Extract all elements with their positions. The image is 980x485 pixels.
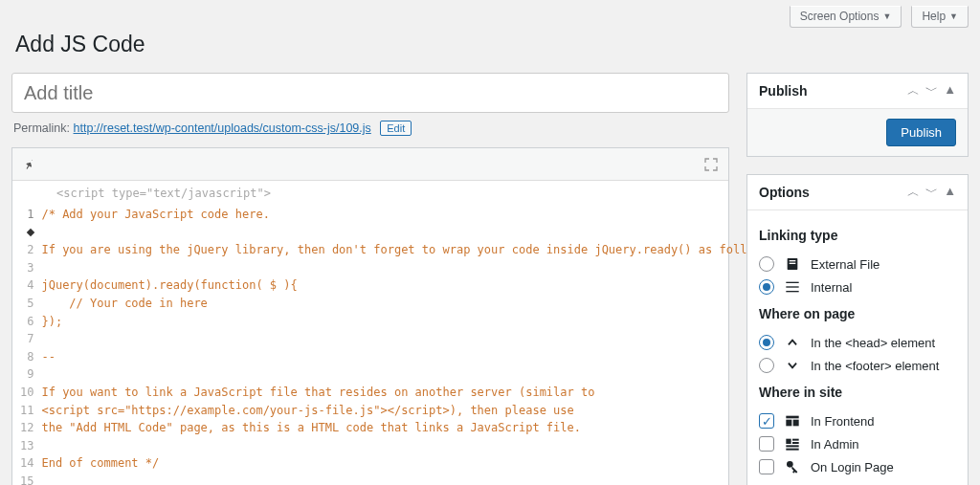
radio-footer[interactable]	[759, 358, 774, 373]
chevron-down-icon[interactable]: ﹀	[925, 184, 938, 201]
internal-icon	[784, 280, 801, 294]
caret-up-icon[interactable]: ▲	[944, 82, 956, 99]
admin-icon	[784, 437, 801, 451]
svg-rect-1	[790, 260, 796, 261]
chevron-down-icon: ▼	[949, 11, 958, 21]
internal-label: Internal	[811, 280, 852, 295]
svg-rect-3	[786, 282, 798, 283]
where-on-page-title: Where on page	[759, 306, 956, 321]
permalink-label: Permalink:	[13, 121, 70, 135]
login-label: On Login Page	[811, 460, 894, 474]
svg-rect-6	[786, 416, 798, 419]
post-title-input[interactable]	[11, 73, 729, 113]
permalink-row: Permalink: http://reset.test/wp-content/…	[11, 113, 729, 147]
radio-head[interactable]	[759, 335, 774, 350]
code-editor: <script type="text/javascript"> 12345678…	[11, 147, 729, 485]
chevron-up-icon[interactable]: ︿	[907, 82, 920, 99]
svg-rect-9	[786, 439, 791, 444]
chevron-down-icon: ▼	[882, 11, 891, 21]
svg-rect-11	[792, 442, 799, 444]
publish-button[interactable]: Publish	[886, 119, 956, 146]
options-panel: Options ︿ ﹀ ▲ Linking type External File	[746, 174, 969, 485]
svg-rect-5	[786, 291, 798, 292]
svg-rect-2	[790, 263, 796, 264]
radio-external-file[interactable]	[759, 256, 774, 272]
edit-permalink-button[interactable]: Edit	[380, 121, 412, 136]
page-title: Add JS Code	[0, 28, 980, 73]
caret-up-icon[interactable]: ▲	[944, 184, 956, 201]
permalink-url[interactable]: http://reset.test/wp-content/uploads/cus…	[74, 121, 371, 135]
svg-rect-10	[792, 439, 799, 441]
frontend-icon	[784, 414, 801, 428]
svg-rect-8	[793, 420, 799, 427]
publish-panel: Publish ︿ ﹀ ▲ Publish	[746, 73, 969, 157]
screen-options-button[interactable]: Screen Options ▼	[790, 6, 902, 28]
external-file-icon	[784, 256, 801, 272]
footer-label: In the <footer> element	[811, 359, 939, 373]
chevron-down-icon[interactable]: ﹀	[925, 82, 938, 99]
radio-internal[interactable]	[759, 279, 774, 295]
check-admin[interactable]	[759, 436, 774, 452]
key-icon	[784, 459, 801, 474]
publish-panel-title: Publish	[759, 83, 808, 99]
screen-options-label: Screen Options	[800, 10, 880, 23]
chevron-down-icon	[784, 359, 801, 372]
check-login[interactable]	[759, 459, 774, 474]
help-button[interactable]: Help ▼	[911, 6, 969, 28]
pin-icon[interactable]	[22, 158, 35, 171]
chevron-up-icon[interactable]: ︿	[907, 184, 920, 201]
frontend-label: In Frontend	[811, 414, 875, 429]
svg-rect-12	[786, 445, 798, 447]
help-label: Help	[922, 10, 946, 23]
chevron-up-icon	[784, 336, 801, 349]
svg-rect-13	[786, 449, 798, 451]
head-label: In the <head> element	[811, 336, 935, 350]
svg-rect-4	[786, 286, 798, 287]
expand-icon[interactable]	[703, 157, 719, 172]
svg-point-14	[787, 461, 793, 468]
options-panel-title: Options	[759, 185, 810, 200]
code-content[interactable]: /* Add your JavaScript code here. If you…	[41, 206, 782, 485]
admin-label: In Admin	[811, 437, 859, 452]
linking-type-title: Linking type	[759, 228, 956, 243]
where-in-site-title: Where in site	[759, 385, 956, 400]
svg-rect-7	[786, 420, 791, 427]
line-gutter: 1234567891011121314151617	[12, 206, 41, 485]
script-tag-label: <script type="text/javascript">	[12, 181, 728, 206]
check-frontend[interactable]: ✓	[759, 413, 774, 429]
external-file-label: External File	[811, 257, 880, 272]
